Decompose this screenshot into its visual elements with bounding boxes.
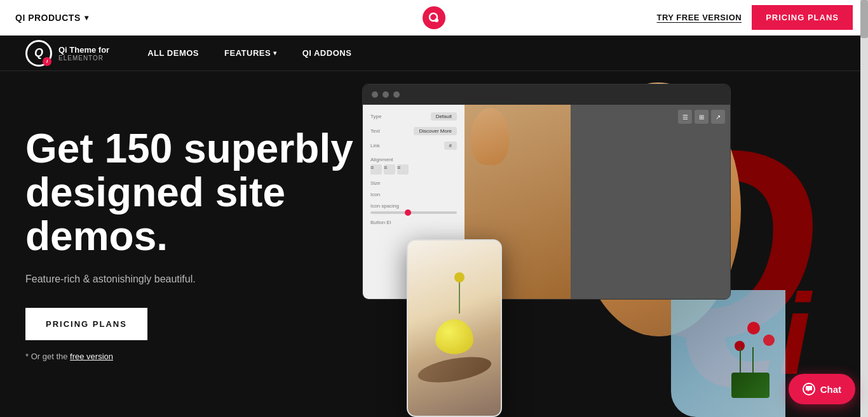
align-right-icon[interactable]: ≡ [397, 164, 409, 175]
browser-dot-2 [383, 91, 389, 98]
free-version-link[interactable]: free version [70, 352, 113, 361]
qi-theme-logo[interactable]: Q i Qi Theme for ELEMENTOR [25, 40, 109, 67]
top-bar-actions: TRY FREE VERSION PRICING PLANS [656, 5, 853, 30]
sidebar-size-row: Size [370, 180, 457, 186]
free-note-prefix: * Or get the [25, 352, 70, 361]
sidebar-size-label: Size [370, 180, 381, 186]
phone-mockup [407, 239, 502, 417]
sidebar-button-el-row: Button El [370, 219, 457, 225]
free-version-note: * Or get the free version [25, 352, 356, 361]
scrollbar[interactable] [860, 0, 868, 417]
align-center-icon[interactable]: ≡ [384, 164, 395, 175]
sub-navigation: Q i Qi Theme for ELEMENTOR ALL DEMOS FEA… [0, 36, 868, 71]
browser-toolbar-icons: ☰ ⊞ ↗ [678, 110, 725, 124]
qi-products-menu[interactable]: QI PRODUCTS ▾ [15, 13, 88, 23]
sidebar-link-value: # [444, 142, 457, 150]
logo-text: Qi Theme for ELEMENTOR [58, 45, 109, 62]
nav-qi-addons[interactable]: QI ADDONS [302, 48, 352, 58]
browser-main-area: ☰ ⊞ ↗ [465, 105, 730, 299]
browser-title-bar [363, 84, 730, 105]
sidebar-icon-spacing-label: Icon spacing [370, 203, 399, 209]
logo-theme-text: Qi Theme for [58, 45, 109, 55]
hero-section: Get 150 superbly designed site demos. Fe… [0, 71, 868, 417]
scrollbar-thumb[interactable] [860, 0, 868, 38]
icon-spacing-slider[interactable] [370, 211, 457, 214]
sidebar-type-value: Default [431, 112, 457, 121]
browser-dot-1 [372, 91, 378, 98]
sidebar-text-value: Discover More [414, 127, 457, 135]
nav-features[interactable]: FEATURES ▾ [224, 48, 277, 58]
nav-all-demos[interactable]: ALL DEMOS [147, 48, 199, 58]
features-chevron-icon: ▾ [273, 50, 277, 56]
phone-product-image [408, 241, 501, 416]
pricing-plans-button-top[interactable]: PRICING PLANS [752, 5, 853, 30]
sidebar-text-label: Text [370, 128, 380, 134]
qi-products-label: QI PRODUCTS [15, 13, 81, 23]
toolbar-icon-2[interactable]: ⊞ [695, 110, 709, 124]
sidebar-alignment-label: Alignment [370, 157, 393, 162]
hero-content: Get 150 superbly designed site demos. Fe… [25, 71, 356, 417]
logo-icon: Q i [25, 40, 52, 67]
try-free-button[interactable]: TRY FREE VERSION [656, 13, 742, 22]
sidebar-button-el-label: Button El [370, 220, 391, 225]
browser-face-oval [471, 108, 509, 165]
chevron-down-icon: ▾ [85, 13, 89, 22]
toolbar-icon-3[interactable]: ↗ [711, 110, 725, 124]
chat-label: Chat [820, 384, 841, 395]
hero-visual: Q i Type [356, 71, 843, 417]
logo-sub-text: ELEMENTOR [58, 55, 109, 62]
svg-point-1 [435, 18, 438, 22]
qi-logo-top[interactable] [423, 6, 445, 29]
lemon-prop [435, 319, 473, 354]
browser-dot-3 [393, 91, 400, 98]
sidebar-icon-spacing-row: Icon spacing [370, 202, 457, 214]
align-left-icon[interactable]: ≡ [370, 164, 382, 175]
sidebar-icon-row: Icon [370, 191, 457, 197]
toolbar-icon-1[interactable]: ☰ [678, 110, 692, 124]
sidebar-type-row: Type Default [370, 112, 457, 121]
nav-features-label: FEATURES [224, 48, 271, 58]
hero-subtitle: Feature-rich & astonishingly beautiful. [25, 274, 356, 285]
chat-button[interactable]: Chat [789, 374, 855, 404]
sidebar-icon-label: Icon [370, 192, 380, 197]
chat-icon [803, 383, 815, 395]
slider-thumb [405, 209, 411, 216]
sidebar-alignment-row: Alignment ≡ ≡ ≡ [370, 156, 457, 175]
sidebar-link-label: Link [370, 143, 380, 149]
top-bar: QI PRODUCTS ▾ TRY FREE VERSION PRICING P… [0, 0, 868, 36]
driftwood-prop [416, 352, 492, 387]
sidebar-text-row: Text Discover More [370, 127, 457, 135]
sidebar-type-label: Type [370, 114, 381, 119]
browser-right-panel: ☰ ⊞ ↗ [571, 105, 730, 299]
flower-head-prop [454, 272, 465, 282]
hero-title: Get 150 superbly designed site demos. [25, 127, 356, 258]
sidebar-link-row: Link # [370, 142, 457, 150]
pricing-plans-button-hero[interactable]: PRICING PLANS [25, 308, 147, 340]
